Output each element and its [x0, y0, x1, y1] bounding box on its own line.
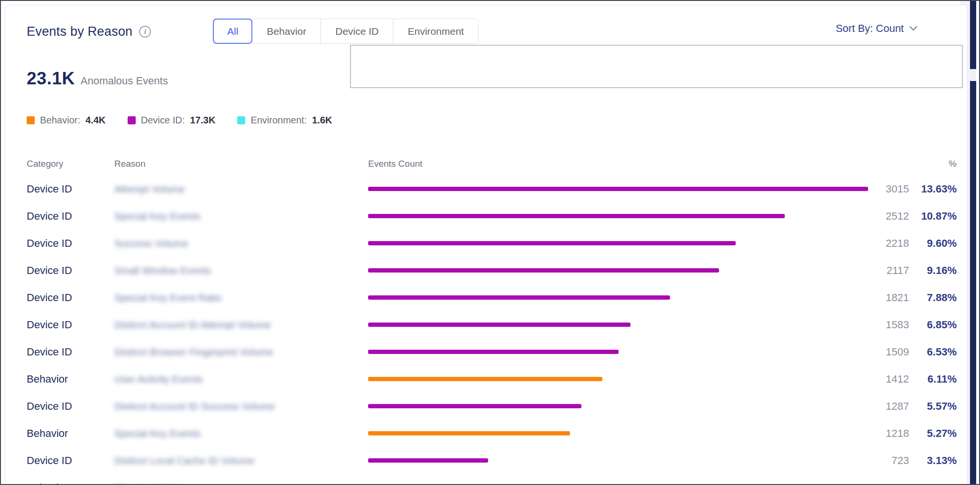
- row-reason-redacted: Distinct Browser Fingerprint Volume: [114, 346, 368, 358]
- tab-environment[interactable]: Environment: [393, 19, 479, 44]
- row-category: Device ID: [27, 264, 114, 277]
- row-pct: 6.53%: [909, 346, 957, 358]
- row-reason-redacted: Distinct Local Cache ID Volume: [114, 455, 368, 466]
- col-header-category: Category: [27, 159, 114, 169]
- row-bar-cell: [368, 214, 871, 218]
- event-count-bar: [368, 295, 670, 300]
- event-count-bar: [368, 458, 488, 463]
- kpi-label: Anomalous Events: [80, 75, 168, 87]
- table-row[interactable]: Device ID Attempt Volume 3015 13.63%: [27, 175, 957, 202]
- event-count-bar: [368, 187, 868, 191]
- device-id-swatch-icon: [128, 116, 136, 124]
- legend-environment-value: 1.6K: [312, 115, 332, 126]
- row-category: Behavior: [27, 373, 114, 385]
- table-row[interactable]: Device ID Success Volume 2218 9.60%: [27, 230, 957, 257]
- legend: Behavior: 4.4K Device ID: 17.3K Environm…: [27, 115, 332, 126]
- legend-device-id-label: Device ID:: [141, 115, 185, 126]
- row-count: 1287: [871, 400, 909, 413]
- table-row[interactable]: Device ID Distinct Browser Fingerprint V…: [27, 338, 957, 365]
- empty-popup: [350, 45, 963, 88]
- row-reason-redacted: Distinct Account ID Success Volume: [114, 401, 368, 412]
- row-pct: 6.11%: [909, 373, 957, 385]
- row-reason-redacted: Mouse Latency: [114, 482, 368, 485]
- table-row[interactable]: Device ID Distinct Local Cache ID Volume…: [27, 447, 957, 474]
- legend-item-device-id[interactable]: Device ID: 17.3K: [128, 115, 216, 126]
- row-bar-cell: [368, 323, 871, 327]
- row-reason-redacted: Attempt Volume: [114, 183, 368, 195]
- row-category: Device ID: [27, 346, 114, 358]
- event-count-bar: [368, 431, 570, 435]
- row-reason-redacted: User Activity Events: [114, 374, 368, 385]
- row-count: 1218: [871, 427, 909, 440]
- row-pct: 3.13%: [909, 455, 957, 467]
- row-count: 723: [871, 455, 909, 467]
- row-category: Device ID: [27, 319, 114, 331]
- row-pct: 5.27%: [909, 427, 957, 440]
- tab-device-id[interactable]: Device ID: [320, 19, 393, 44]
- legend-environment-label: Environment:: [250, 115, 307, 126]
- row-category: Behavior: [27, 482, 114, 485]
- row-bar-cell: [368, 187, 871, 191]
- row-category: Device ID: [27, 400, 114, 413]
- row-category: Behavior: [27, 427, 114, 440]
- row-count: 1412: [871, 373, 909, 385]
- tab-behavior[interactable]: Behavior: [252, 19, 321, 44]
- table-body: Device ID Attempt Volume 3015 13.63% Dev…: [27, 175, 957, 485]
- environment-swatch-icon: [237, 116, 245, 124]
- legend-behavior-value: 4.4K: [86, 115, 106, 126]
- table-row[interactable]: Device ID Special Key Event Ratio 1821 7…: [27, 284, 957, 311]
- legend-item-behavior[interactable]: Behavior: 4.4K: [27, 115, 106, 126]
- row-pct: 7.88%: [909, 292, 957, 304]
- row-bar-cell: [368, 458, 871, 463]
- page-title: Events by Reason: [27, 24, 132, 39]
- tab-environment-label: Environment: [408, 26, 464, 37]
- row-reason-redacted: Small Window Events: [114, 265, 368, 276]
- event-count-bar: [368, 214, 785, 218]
- row-reason-redacted: Success Volume: [114, 238, 368, 249]
- info-icon[interactable]: i: [139, 26, 151, 38]
- row-pct: 9.60%: [909, 237, 957, 250]
- row-reason-redacted: Special Key Event Ratio: [114, 292, 368, 303]
- row-bar-cell: [368, 350, 871, 354]
- row-pct: 6.85%: [909, 319, 957, 331]
- row-bar-cell: [368, 295, 871, 300]
- sort-by-dropdown[interactable]: Sort By: Count: [836, 22, 917, 35]
- table-row[interactable]: Behavior Mouse Latency 603 2.61%: [27, 474, 957, 485]
- table-row[interactable]: Device ID Special Key Events 2512 10.87%: [27, 202, 957, 230]
- tab-bar: All Behavior Device ID Environment: [213, 19, 479, 44]
- table-row[interactable]: Device ID Distinct Account ID Success Vo…: [27, 393, 957, 420]
- tab-behavior-label: Behavior: [267, 26, 306, 37]
- tab-all-label: All: [227, 26, 238, 37]
- scrollbar-thumb[interactable]: [970, 69, 976, 81]
- behavior-swatch-icon: [27, 116, 35, 124]
- tab-all[interactable]: All: [213, 19, 252, 44]
- row-category: Device ID: [27, 183, 114, 195]
- event-count-bar: [368, 404, 581, 408]
- row-pct: 9.16%: [909, 264, 957, 277]
- events-by-reason-panel: Events by Reason i All Behavior Device I…: [0, 0, 980, 485]
- row-pct: 2.61%: [909, 482, 957, 485]
- table-header-row: Category Reason Events Count %: [27, 157, 957, 171]
- right-edge-bar: [970, 1, 976, 484]
- chevron-down-icon: [910, 26, 917, 31]
- table-row[interactable]: Device ID Small Window Events 2117 9.16%: [27, 257, 957, 284]
- row-count: 1821: [871, 292, 909, 304]
- sort-by-label: Sort By: Count: [836, 22, 904, 35]
- event-count-bar: [368, 377, 602, 381]
- table-row[interactable]: Device ID Distinct Account ID Attempt Vo…: [27, 311, 957, 338]
- row-reason-redacted: Distinct Account ID Attempt Volume: [114, 319, 368, 331]
- col-header-pct: %: [909, 159, 957, 169]
- row-reason-redacted: Special Key Events: [114, 428, 368, 439]
- tab-device-id-label: Device ID: [335, 26, 379, 37]
- col-header-reason: Reason: [114, 159, 368, 169]
- legend-item-environment[interactable]: Environment: 1.6K: [237, 115, 332, 126]
- row-pct: 10.87%: [909, 210, 957, 222]
- row-bar-cell: [368, 377, 871, 381]
- col-header-events-count: Events Count: [368, 159, 871, 169]
- table-row[interactable]: Behavior User Activity Events 1412 6.11%: [27, 365, 957, 393]
- row-bar-cell: [368, 268, 871, 273]
- table-row[interactable]: Behavior Special Key Events 1218 5.27%: [27, 420, 957, 447]
- event-count-bar: [368, 268, 719, 273]
- row-count: 2218: [871, 237, 909, 250]
- row-category: Device ID: [27, 292, 114, 304]
